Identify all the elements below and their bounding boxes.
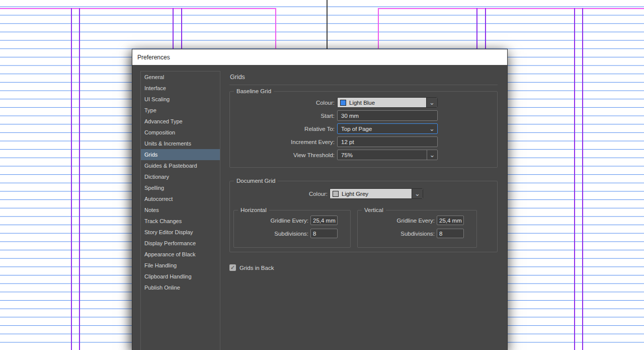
sidebar-item-clipboard-handling[interactable]: Clipboard Handling bbox=[141, 271, 220, 282]
horizontal-gridline-field[interactable]: 25,4 mm bbox=[310, 216, 338, 225]
checkmark-icon: ✓ bbox=[230, 264, 235, 271]
dropdown-arrow-button[interactable]: ⌄ bbox=[412, 189, 423, 198]
vertical-gridline-field[interactable]: 25,4 mm bbox=[437, 216, 464, 225]
horizontal-groupbox: Horizontal Gridline Every: 25,4 mm Subdi… bbox=[233, 210, 351, 248]
colour-swatch bbox=[340, 100, 346, 106]
horizontal-gridline-value: 25,4 mm bbox=[313, 218, 336, 224]
document-canvas: Preferences GeneralInterfaceUI ScalingTy… bbox=[0, 0, 644, 350]
view-threshold-value: 75% bbox=[338, 152, 353, 158]
sidebar-item-grids[interactable]: Grids bbox=[141, 149, 220, 160]
baseline-start-row: Start: 30 mm bbox=[230, 110, 497, 121]
baseline-relative-row: Relative To: Top of Page ⌄ bbox=[230, 123, 497, 134]
sidebar-item-general[interactable]: General bbox=[141, 72, 220, 83]
sidebar-item-ui-scaling[interactable]: UI Scaling bbox=[141, 94, 220, 105]
increment-every-value: 12 pt bbox=[341, 139, 354, 145]
gridline-every-label: Gridline Every: bbox=[358, 218, 435, 224]
column-guide bbox=[71, 8, 72, 350]
sidebar-item-type[interactable]: Type bbox=[141, 105, 220, 116]
page-title: Grids bbox=[230, 74, 245, 81]
baseline-threshold-row: View Threshold: 75% ⌄ bbox=[230, 150, 497, 160]
baseline-colour-row: Colour: Light Blue ⌄ bbox=[230, 97, 497, 108]
sidebar-item-autocorrect[interactable]: Autocorrect bbox=[141, 193, 220, 204]
vertical-gridline-row: Gridline Every: 25,4 mm bbox=[358, 216, 476, 225]
baseline-colour-dropdown[interactable]: Light Blue ⌄ bbox=[337, 97, 438, 108]
column-guide bbox=[574, 8, 575, 350]
horizontal-subdivisions-value: 8 bbox=[313, 231, 316, 237]
preferences-dialog: Preferences GeneralInterfaceUI ScalingTy… bbox=[132, 49, 508, 350]
start-field[interactable]: 30 mm bbox=[337, 110, 438, 121]
sidebar-item-appearance-of-black[interactable]: Appearance of Black bbox=[141, 249, 220, 260]
baseline-grid-legend: Baseline Grid bbox=[234, 88, 274, 95]
vertical-subdivisions-row: Subdivisions: 8 bbox=[358, 229, 476, 238]
sidebar-item-track-changes[interactable]: Track Changes bbox=[141, 216, 220, 227]
vertical-subdivisions-field[interactable]: 8 bbox=[437, 229, 464, 238]
relative-to-dropdown[interactable]: Top of Page ⌄ bbox=[337, 123, 438, 134]
document-colour-row: Colour: Light Grey ⌄ bbox=[230, 188, 497, 199]
document-colour-dropdown[interactable]: Light Grey ⌄ bbox=[330, 188, 423, 199]
sidebar-item-publish-online[interactable]: Publish Online bbox=[141, 282, 220, 293]
horizontal-legend: Horizontal bbox=[238, 207, 269, 214]
document-grid-groupbox: Document Grid Colour: Light Grey ⌄ Horiz… bbox=[229, 181, 498, 252]
sidebar-item-guides-pasteboard[interactable]: Guides & Pasteboard bbox=[141, 160, 220, 171]
grids-in-back-row: ✓ Grids in Back bbox=[229, 264, 274, 271]
vertical-legend: Vertical bbox=[362, 207, 386, 214]
chevron-down-icon: ⌄ bbox=[429, 126, 435, 131]
gridline-every-label: Gridline Every: bbox=[234, 218, 308, 224]
grids-in-back-label: Grids in Back bbox=[239, 265, 274, 271]
start-label: Start: bbox=[230, 113, 335, 119]
colour-swatch bbox=[333, 191, 339, 197]
dropdown-arrow-button[interactable]: ⌄ bbox=[426, 98, 437, 107]
sidebar-item-advanced-type[interactable]: Advanced Type bbox=[141, 116, 220, 127]
relative-to-label: Relative To: bbox=[230, 126, 335, 132]
dialog-title: Preferences bbox=[137, 54, 170, 61]
sidebar-item-composition[interactable]: Composition bbox=[141, 127, 220, 138]
document-grid-legend: Document Grid bbox=[234, 178, 278, 184]
column-guide bbox=[582, 8, 583, 350]
relative-to-value: Top of Page bbox=[338, 126, 372, 132]
vertical-subdivisions-value: 8 bbox=[439, 231, 442, 237]
sidebar-item-units-increments[interactable]: Units & Increments bbox=[141, 138, 220, 149]
sidebar-item-story-editor-display[interactable]: Story Editor Display bbox=[141, 227, 220, 238]
sidebar-item-display-performance[interactable]: Display Performance bbox=[141, 238, 220, 249]
sidebar-item-notes[interactable]: Notes bbox=[141, 204, 220, 216]
start-value: 30 mm bbox=[341, 113, 359, 119]
increment-every-label: Increment Every: bbox=[230, 139, 335, 145]
title-separator bbox=[229, 85, 498, 85]
subdivisions-label: Subdivisions: bbox=[234, 231, 308, 237]
document-colour-value: Light Grey bbox=[342, 191, 368, 197]
sidebar-item-interface[interactable]: Interface bbox=[141, 83, 220, 94]
baseline-grid-groupbox: Baseline Grid Colour: Light Blue ⌄ Start… bbox=[229, 91, 498, 168]
sidebar-item-dictionary[interactable]: Dictionary bbox=[141, 171, 220, 182]
view-threshold-label: View Threshold: bbox=[230, 152, 335, 158]
horizontal-subdivisions-field[interactable]: 8 bbox=[310, 229, 338, 238]
dropdown-arrow-button[interactable]: ⌄ bbox=[427, 150, 437, 160]
chevron-down-icon: ⌄ bbox=[429, 100, 435, 105]
baseline-colour-value: Light Blue bbox=[349, 100, 375, 106]
vertical-groupbox: Vertical Gridline Every: 25,4 mm Subdivi… bbox=[357, 210, 477, 248]
subdivisions-label: Subdivisions: bbox=[358, 231, 435, 237]
chevron-down-icon: ⌄ bbox=[430, 153, 435, 158]
horizontal-gridline-row: Gridline Every: 25,4 mm bbox=[234, 216, 350, 225]
dialog-titlebar[interactable]: Preferences bbox=[132, 49, 507, 65]
sidebar-item-file-handling[interactable]: File Handling bbox=[141, 260, 220, 271]
increment-every-field[interactable]: 12 pt bbox=[337, 136, 438, 147]
colour-label: Colour: bbox=[230, 100, 335, 106]
margin-guide-horizontal bbox=[0, 8, 275, 9]
column-guide bbox=[79, 8, 80, 350]
sidebar-category-list: GeneralInterfaceUI ScalingTypeAdvanced T… bbox=[140, 71, 220, 350]
horizontal-subdivisions-row: Subdivisions: 8 bbox=[234, 229, 350, 238]
grids-in-back-checkbox[interactable]: ✓ bbox=[229, 264, 236, 271]
baseline-increment-row: Increment Every: 12 pt bbox=[230, 136, 497, 147]
grids-panel: Grids Baseline Grid Colour: Light Blue ⌄ bbox=[229, 71, 498, 350]
vertical-gridline-value: 25,4 mm bbox=[439, 218, 462, 224]
view-threshold-dropdown[interactable]: 75% ⌄ bbox=[337, 150, 438, 160]
chevron-down-icon: ⌄ bbox=[415, 191, 420, 196]
colour-label: Colour: bbox=[230, 191, 328, 197]
margin-guide-horizontal bbox=[378, 8, 644, 9]
sidebar-item-spelling[interactable]: Spelling bbox=[141, 182, 220, 193]
